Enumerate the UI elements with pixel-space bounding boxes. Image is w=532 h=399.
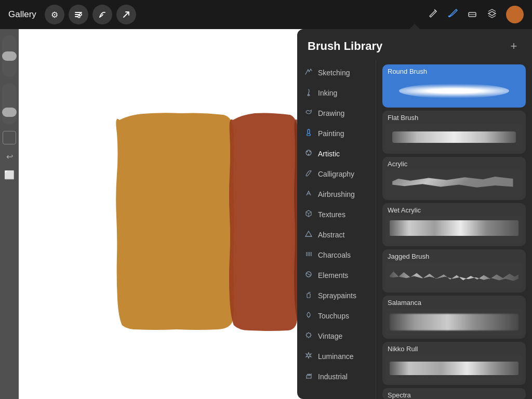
svg-point-15 xyxy=(307,333,311,337)
brush-list: Round Brush Flat Brush Acrylic Wet Acryl… xyxy=(376,60,532,399)
textures-label: Textures xyxy=(318,210,345,219)
brush-preview-jagged-brush xyxy=(385,262,523,289)
more-icon[interactable]: ⬜ xyxy=(4,170,15,180)
brush-item-round-brush[interactable]: Round Brush xyxy=(382,64,526,108)
category-item-elements[interactable]: Elements xyxy=(297,265,376,285)
artistic-icon xyxy=(303,149,314,158)
brush-item-jagged-brush[interactable]: Jagged Brush xyxy=(382,249,526,292)
luminance-icon xyxy=(303,351,314,361)
brush-tool-icon[interactable] xyxy=(447,7,458,22)
brush-preview-salamanca xyxy=(385,309,523,336)
category-item-painting[interactable]: Painting xyxy=(297,123,376,143)
category-item-sketching[interactable]: Sketching xyxy=(297,62,376,83)
charcoals-label: Charcoals xyxy=(318,251,351,259)
brush-name-salamanca: Salamanca xyxy=(382,296,526,308)
brush-item-salamanca[interactable]: Salamanca xyxy=(382,296,526,339)
settings-icon-btn[interactable]: ⚙ xyxy=(45,5,64,24)
category-item-inking[interactable]: Inking xyxy=(297,83,376,103)
adjust-icon-btn[interactable] xyxy=(69,5,88,24)
category-item-artistic[interactable]: Artistic xyxy=(297,143,376,164)
charcoals-icon xyxy=(303,250,314,260)
arrow-icon-btn[interactable] xyxy=(116,5,136,24)
industrial-label: Industrial xyxy=(318,373,348,381)
shape-tool[interactable] xyxy=(3,131,16,144)
category-item-charcoals[interactable]: Charcoals xyxy=(297,245,376,265)
brush-name-flat-brush: Flat Brush xyxy=(382,111,526,123)
brush-library-title: Brush Library xyxy=(308,39,382,53)
inking-label: Inking xyxy=(318,89,337,97)
vintage-icon xyxy=(303,331,314,341)
smudge-icon-btn[interactable] xyxy=(92,5,112,24)
brush-preview-wet-acrylic xyxy=(385,216,523,243)
toolbar-right xyxy=(427,6,524,23)
painting-icon xyxy=(303,128,314,138)
svg-point-7 xyxy=(309,151,310,152)
brush-library-content: Sketching Inking Drawing P xyxy=(297,60,532,399)
undo-icon[interactable]: ↩ xyxy=(6,152,13,162)
abstract-icon xyxy=(303,230,314,240)
touchups-icon xyxy=(303,311,314,321)
painting-label: Painting xyxy=(318,129,344,138)
category-list: Sketching Inking Drawing P xyxy=(297,60,376,399)
calligraphy-icon xyxy=(303,169,314,179)
category-item-drawing[interactable]: Drawing xyxy=(297,103,376,123)
category-item-textures[interactable]: Textures xyxy=(297,204,376,224)
opacity-slider[interactable] xyxy=(2,83,17,125)
brush-item-acrylic[interactable]: Acrylic xyxy=(382,157,526,200)
brush-library-panel: Brush Library + Sketching Inking xyxy=(297,29,532,399)
eraser-tool-icon[interactable] xyxy=(467,7,478,22)
brush-preview-flat-brush xyxy=(385,124,523,151)
user-avatar[interactable] xyxy=(506,6,524,23)
toolbar: Gallery ⚙ xyxy=(0,0,532,29)
vintage-label: Vintage xyxy=(318,332,342,340)
airbrushing-label: Airbrushing xyxy=(318,190,355,198)
elements-icon xyxy=(303,270,314,280)
brush-name-wet-acrylic: Wet Acrylic xyxy=(382,203,526,215)
brush-item-flat-brush[interactable]: Flat Brush xyxy=(382,111,526,154)
elements-label: Elements xyxy=(318,271,348,280)
brush-item-wet-acrylic[interactable]: Wet Acrylic xyxy=(382,203,526,246)
inking-icon xyxy=(303,88,314,98)
sketching-label: Sketching xyxy=(318,69,350,77)
brush-library-header: Brush Library + xyxy=(297,29,532,60)
abstract-label: Abstract xyxy=(318,231,344,239)
svg-rect-14 xyxy=(307,294,310,298)
add-brush-button[interactable]: + xyxy=(506,38,522,54)
brush-preview-acrylic xyxy=(385,170,523,197)
category-item-industrial[interactable]: Industrial xyxy=(297,366,376,387)
luminance-label: Luminance xyxy=(318,352,354,361)
category-item-airbrushing[interactable]: Airbrushing xyxy=(297,184,376,204)
brush-preview-round-brush xyxy=(385,77,523,104)
layers-tool-icon[interactable] xyxy=(486,7,498,22)
category-item-touchups[interactable]: Touchups xyxy=(297,305,376,326)
category-item-abstract[interactable]: Abstract xyxy=(297,224,376,245)
sketching-icon xyxy=(303,68,314,77)
gallery-button[interactable]: Gallery xyxy=(8,9,36,20)
drawing-icon xyxy=(303,108,314,118)
category-item-vintage[interactable]: Vintage xyxy=(297,326,376,346)
category-item-calligraphy[interactable]: Calligraphy xyxy=(297,164,376,184)
pen-tool-icon[interactable] xyxy=(427,7,438,22)
brush-name-spectra: Spectra xyxy=(382,388,526,399)
svg-point-0 xyxy=(79,14,82,16)
left-panel: ↩ ⬜ xyxy=(0,29,19,399)
spraypaints-label: Spraypaints xyxy=(318,291,356,300)
svg-rect-4 xyxy=(308,129,310,134)
brush-item-nikko-rull[interactable]: Nikko Rull xyxy=(382,342,526,385)
brush-name-round-brush: Round Brush xyxy=(382,64,526,76)
textures-icon xyxy=(303,209,314,219)
size-slider-thumb[interactable] xyxy=(2,51,17,61)
size-slider[interactable] xyxy=(2,35,17,77)
svg-point-1 xyxy=(78,16,80,18)
drawing-label: Drawing xyxy=(318,109,344,117)
airbrushing-icon xyxy=(303,189,314,199)
touchups-label: Touchups xyxy=(318,312,349,320)
brush-name-jagged-brush: Jagged Brush xyxy=(382,249,526,261)
svg-point-6 xyxy=(307,151,308,152)
opacity-slider-thumb[interactable] xyxy=(2,108,17,117)
category-item-luminance[interactable]: Luminance xyxy=(297,346,376,366)
artistic-label: Artistic xyxy=(318,150,340,158)
brush-item-spectra[interactable]: Spectra xyxy=(382,388,526,399)
category-item-spraypaints[interactable]: Spraypaints xyxy=(297,285,376,305)
brush-preview-nikko-rull xyxy=(385,355,523,382)
